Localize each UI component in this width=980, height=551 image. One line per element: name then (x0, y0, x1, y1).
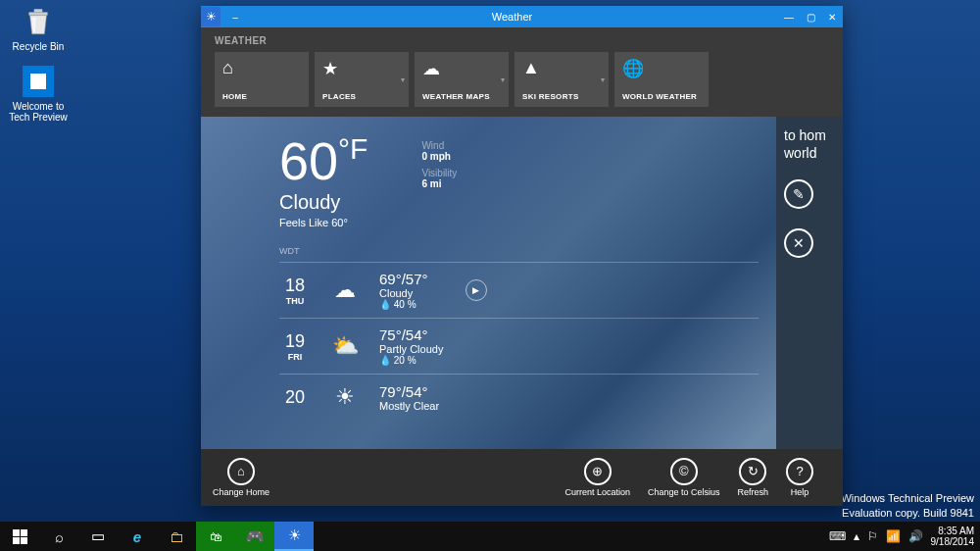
window-title: Weather (246, 11, 778, 23)
svg-rect-1 (34, 9, 43, 12)
change-celsius-button[interactable]: © Change to Celsius (648, 458, 720, 498)
weather-icon: ⛅ (324, 331, 366, 361)
star-icon: ★ (322, 58, 401, 79)
nav-tile-ski-resorts[interactable]: ▲ SKI RESORTS ▾ (514, 52, 609, 107)
forecast-row[interactable]: 18THU ☁ 69°/57°Cloudy💧 40 % ▶ (279, 262, 759, 318)
nav-tile-home[interactable]: ⌂ HOME (215, 52, 309, 107)
start-button[interactable] (0, 522, 39, 551)
weather-icon: ☀ (324, 382, 366, 412)
current-temp: 60°F (279, 134, 368, 187)
sun-icon: ☀ (288, 526, 301, 544)
welcome-icon (21, 64, 56, 99)
nav-tile-weather-maps[interactable]: ☁ WEATHER MAPS ▾ (415, 52, 509, 107)
volume-icon[interactable]: 🔊 (908, 529, 923, 543)
nav-tile-places[interactable]: ★ PLACES ▾ (315, 52, 409, 107)
watermark: Windows Technical Preview Evaluation cop… (841, 491, 974, 520)
mountain-icon: ▲ (522, 58, 601, 79)
globe-icon: 🌐 (622, 58, 701, 79)
weather-window: – Weather — ▢ ✕ WEATHER ⌂ HOME ★ PLACES … (201, 6, 843, 506)
store-button[interactable]: 🛍 (196, 522, 235, 551)
current-condition: Cloudy (279, 191, 368, 214)
welcome-label: Welcome to Tech Preview (4, 101, 73, 123)
celsius-icon: © (670, 458, 698, 485)
folder-icon: 🗀 (170, 528, 184, 545)
right-panel: to homworld ✎ ✕ (776, 117, 843, 449)
weather-content: 60°F Cloudy Feels Like 60° Wind 0 mph Vi… (201, 117, 843, 449)
titlebar-minimize-left[interactable]: – (224, 6, 246, 27)
play-button[interactable]: ▶ (466, 279, 487, 301)
minimize-button[interactable]: — (778, 6, 800, 27)
home-icon: ⌂ (222, 58, 301, 79)
help-button[interactable]: ? Help (786, 458, 813, 498)
cloud-sun-icon: ☁ (422, 58, 501, 79)
keyboard-tray-icon[interactable]: ⌨ (829, 529, 846, 543)
refresh-icon: ↻ (739, 458, 766, 485)
app-icon (201, 7, 220, 26)
refresh-button[interactable]: ↻ Refresh (737, 458, 768, 498)
task-view-button[interactable]: ▭ (78, 522, 118, 551)
feels-like: Feels Like 60° (279, 217, 368, 228)
target-icon: ⊕ (584, 458, 612, 485)
welcome-shortcut[interactable]: Welcome to Tech Preview (4, 64, 73, 123)
nav-tile-world-weather[interactable]: 🌐 WORLD WEATHER (614, 52, 709, 107)
ie-button[interactable]: e (118, 522, 157, 551)
action-center-icon[interactable]: ⚐ (867, 529, 878, 543)
change-home-button[interactable]: ⌂ Change Home (213, 458, 270, 498)
recycle-bin-icon (21, 4, 56, 39)
edit-button[interactable]: ✎ (784, 179, 813, 209)
svg-rect-0 (28, 12, 47, 15)
current-details: Wind 0 mph Visibility 6 mi (421, 134, 457, 189)
close-button[interactable]: ✕ (821, 6, 843, 27)
bottombar: ⌂ Change Home ⊕ Current Location © Chang… (201, 449, 843, 506)
current-location-button[interactable]: ⊕ Current Location (564, 458, 630, 498)
weather-taskbar-button[interactable]: ☀ (274, 522, 314, 551)
search-button[interactable]: ⌕ (39, 522, 78, 551)
tray-up-icon[interactable]: ▴ (854, 529, 859, 543)
recycle-bin[interactable]: Recycle Bin (4, 4, 73, 52)
recycle-bin-label: Recycle Bin (4, 41, 73, 52)
chevron-down-icon[interactable]: ▾ (401, 75, 405, 84)
store-icon: 🛍 (210, 529, 222, 544)
forecast-row[interactable]: 20 ☀ 79°/54°Mostly Clear (279, 374, 759, 420)
forecast-row[interactable]: 19FRI ⛅ 75°/54°Partly Cloudy💧 20 % (279, 318, 759, 374)
ie-icon: e (133, 528, 141, 545)
navbar: WEATHER ⌂ HOME ★ PLACES ▾☁ WEATHER MAPS … (201, 27, 843, 117)
taskview-icon: ▭ (91, 527, 105, 545)
taskbar: ⌕ ▭ e 🗀 🛍 🎮 ☀ ⌨ ▴ ⚐ 📶 🔊 8:35 AM 9/18/201… (0, 522, 980, 551)
provider-label: WDT (279, 246, 759, 256)
clock[interactable]: 8:35 AM 9/18/2014 (931, 526, 975, 547)
windows-icon (13, 529, 27, 544)
titlebar[interactable]: – Weather — ▢ ✕ (201, 6, 843, 27)
chevron-down-icon[interactable]: ▾ (501, 75, 505, 84)
help-icon: ? (786, 458, 813, 485)
nav-header: WEATHER (215, 35, 829, 46)
chevron-down-icon[interactable]: ▾ (601, 75, 605, 84)
maximize-button[interactable]: ▢ (800, 6, 821, 27)
home-icon: ⌂ (227, 458, 255, 485)
search-icon: ⌕ (55, 528, 64, 545)
network-icon[interactable]: 📶 (886, 529, 901, 543)
xbox-icon: 🎮 (246, 527, 265, 545)
weather-icon: ☁ (324, 276, 366, 305)
xbox-button[interactable]: 🎮 (235, 522, 274, 551)
explorer-button[interactable]: 🗀 (157, 522, 196, 551)
remove-button[interactable]: ✕ (784, 228, 813, 258)
